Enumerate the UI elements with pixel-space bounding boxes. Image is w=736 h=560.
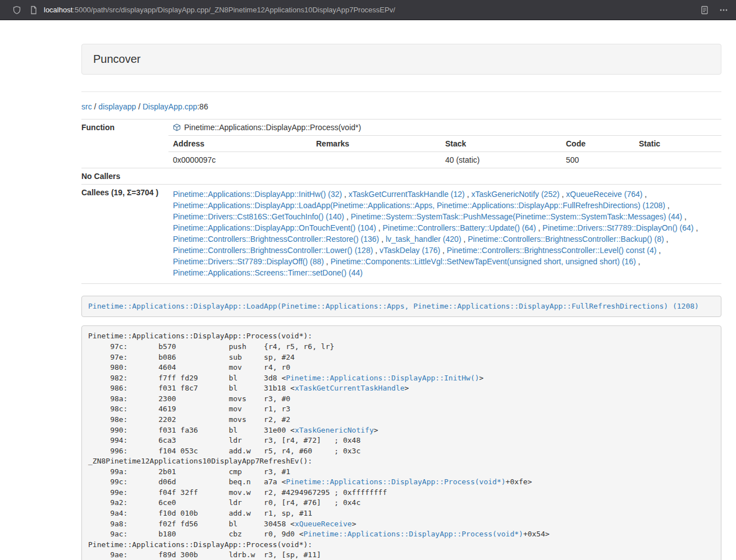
page-info-icon[interactable] <box>29 6 38 15</box>
url-path: :5000/path/src/displayapp/DisplayApp.cpp… <box>72 6 395 14</box>
callee-separator: , <box>536 223 543 232</box>
code-symbol-link[interactable]: xTaskGenericNotify <box>295 426 374 434</box>
highlighted-symbol-box: Pinetime::Applications::DisplayApp::Load… <box>81 296 721 318</box>
reader-mode-icon[interactable] <box>700 6 709 15</box>
metrics-header-row: Address Remarks Stack Code Static <box>168 136 721 152</box>
app-header-panel: Puncover <box>81 44 721 75</box>
function-row: Function Pinetime::Applications::Display… <box>81 120 721 136</box>
callees-label: Callees (19, Σ=3704 ) <box>81 185 168 284</box>
column-header-static: Static <box>634 136 721 152</box>
no-callers-cell <box>168 168 721 185</box>
callee-separator: , <box>461 235 468 244</box>
code-symbol-link[interactable]: Pinetime::Applications::DisplayApp::Proc… <box>304 530 523 538</box>
no-callers-row: No Callers <box>81 168 721 185</box>
column-header-stack: Stack <box>441 136 561 152</box>
callee-separator: , <box>373 246 380 255</box>
column-header-address: Address <box>168 136 312 152</box>
breadcrumb-separator: / <box>92 102 99 111</box>
breadcrumb-separator: / <box>136 102 143 111</box>
metrics-table: Address Remarks Stack Code Static 0x0000… <box>168 135 721 168</box>
stack-value: 40 (static) <box>441 152 561 168</box>
callee-link[interactable]: Pinetime::Applications::Screens::Timer::… <box>173 268 363 277</box>
function-metrics-row: Address Remarks Stack Code Static 0x0000… <box>81 135 721 168</box>
callee-link[interactable]: Pinetime::Applications::DisplayApp::Init… <box>173 190 342 199</box>
callee-separator: , <box>560 190 566 199</box>
code-size-value: 500 <box>561 152 634 168</box>
metrics-value-row: 0x0000097c 40 (static) 500 <box>168 152 721 168</box>
callee-link[interactable]: Pinetime::Drivers::St7789::DisplayOff() … <box>173 257 324 266</box>
callee-separator: , <box>376 223 383 232</box>
callee-link[interactable]: Pinetime::Controllers::BrightnessControl… <box>173 235 379 244</box>
callee-link[interactable]: vTaskDelay (176) <box>380 246 440 255</box>
function-name-cell: Pinetime::Applications::DisplayApp::Proc… <box>168 120 721 136</box>
callee-link[interactable]: Pinetime::Drivers::Cst816S::GetTouchInfo… <box>173 212 344 221</box>
url-bar[interactable]: localhost:5000/path/src/displayapp/Displ… <box>44 6 693 14</box>
callee-separator: , <box>379 235 386 244</box>
callee-link[interactable]: Pinetime::Controllers::BrightnessControl… <box>173 246 373 255</box>
callee-separator: , <box>642 190 647 199</box>
callee-link[interactable]: Pinetime::Controllers::BrightnessControl… <box>468 235 664 244</box>
callee-link[interactable]: Pinetime::Components::LittleVgl::SetNewT… <box>331 257 636 266</box>
code-symbol-link[interactable]: Pinetime::Applications::DisplayApp::Proc… <box>286 478 505 486</box>
page-container: Puncover src / displayapp / DisplayApp.c… <box>81 44 721 560</box>
breadcrumb-link-src[interactable]: src <box>81 102 92 111</box>
page-title: Puncover <box>93 53 710 66</box>
code-symbol-link[interactable]: xTaskGetCurrentTaskHandle <box>295 384 405 392</box>
callee-link[interactable]: Pinetime::Controllers::Battery::Update()… <box>383 223 536 232</box>
disassembly-code: Pinetime::Applications::DisplayApp::Proc… <box>81 325 721 560</box>
callee-link[interactable]: Pinetime::Applications::DisplayApp::Load… <box>173 201 665 210</box>
breadcrumb-line-number: :86 <box>197 102 208 111</box>
column-header-remarks: Remarks <box>312 136 441 152</box>
callee-separator: , <box>664 235 669 244</box>
highlighted-symbol-link[interactable]: Pinetime::Applications::DisplayApp::Load… <box>88 302 699 310</box>
callee-separator: , <box>465 190 472 199</box>
remarks-value <box>312 152 441 168</box>
callee-separator: , <box>694 223 698 232</box>
function-symbol-icon <box>173 123 181 131</box>
callee-link[interactable]: Pinetime::Applications::DisplayApp::OnTo… <box>173 223 376 232</box>
breadcrumb-link-file[interactable]: DisplayApp.cpp <box>143 102 197 111</box>
callee-separator: , <box>665 201 670 210</box>
shield-permissions-icon[interactable] <box>12 6 21 15</box>
column-header-code: Code <box>561 136 634 152</box>
callee-separator: , <box>682 212 687 221</box>
callee-link[interactable]: Pinetime::System::SystemTask::PushMessag… <box>351 212 683 221</box>
no-callers-label: No Callers <box>81 168 168 185</box>
browser-toolbar: localhost:5000/path/src/displayapp/Displ… <box>0 0 736 20</box>
callee-separator: , <box>342 190 349 199</box>
address-value: 0x0000097c <box>168 152 312 168</box>
callee-link[interactable]: xTaskGenericNotify (252) <box>471 190 559 199</box>
divider <box>81 91 721 92</box>
empty-label-cell <box>81 135 168 168</box>
callee-link[interactable]: Pinetime::Controllers::BrightnessControl… <box>447 246 656 255</box>
code-symbol-link[interactable]: Pinetime::Applications::DisplayApp::Init… <box>286 374 479 382</box>
url-host: localhost <box>44 6 72 14</box>
metrics-cell: Address Remarks Stack Code Static 0x0000… <box>168 135 721 168</box>
static-value <box>634 152 721 168</box>
callee-link[interactable]: xQueueReceive (764) <box>566 190 642 199</box>
callees-row: Callees (19, Σ=3704 ) Pinetime::Applicat… <box>81 185 721 284</box>
page-actions-menu-icon[interactable] <box>719 6 728 15</box>
function-row-label: Function <box>81 120 168 136</box>
code-symbol-link[interactable]: xQueueReceive <box>295 520 352 528</box>
callees-cell: Pinetime::Applications::DisplayApp::Init… <box>168 185 721 284</box>
callee-link[interactable]: xTaskGetCurrentTaskHandle (12) <box>349 190 465 199</box>
function-name: Pinetime::Applications::DisplayApp::Proc… <box>184 123 361 132</box>
callee-link[interactable]: Pinetime::Drivers::St7789::DisplayOn() (… <box>542 223 693 232</box>
callee-separator: , <box>324 257 331 266</box>
breadcrumb: src / displayapp / DisplayApp.cpp:86 <box>81 101 721 112</box>
callee-separator: , <box>344 212 351 221</box>
function-details-table: Function Pinetime::Applications::Display… <box>81 119 721 284</box>
callee-separator: , <box>636 257 641 266</box>
callee-separator: , <box>440 246 447 255</box>
callee-separator: , <box>656 246 661 255</box>
callees-list: Pinetime::Applications::DisplayApp::Init… <box>173 188 717 280</box>
callee-link[interactable]: lv_task_handler (420) <box>386 235 461 244</box>
breadcrumb-link-displayapp[interactable]: displayapp <box>98 102 136 111</box>
